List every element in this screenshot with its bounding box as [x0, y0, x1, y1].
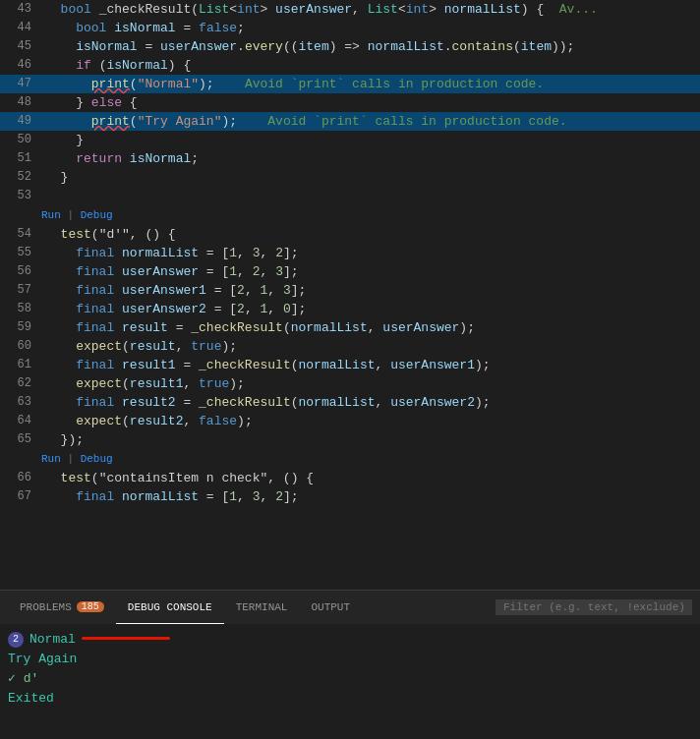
line-number: 46	[0, 56, 41, 75]
problems-badge: 185	[77, 601, 104, 612]
tab-label: OUTPUT	[311, 601, 350, 613]
code-line: 62 expect(result1, true);	[0, 374, 700, 393]
line-content: final userAnswer = [1, 2, 3];	[41, 262, 700, 281]
line-content: if (isNormal) {	[41, 56, 700, 75]
line-content: test("d'", () {	[41, 225, 700, 244]
line-content: final result = _checkResult(normalList, …	[41, 318, 700, 337]
console-text: Exited	[8, 689, 54, 709]
line-content: final userAnswer2 = [2, 1, 0];	[41, 300, 700, 318]
line-number: 60	[0, 337, 41, 356]
debug-link-2[interactable]: Debug	[81, 453, 113, 465]
line-number: 55	[0, 244, 41, 262]
line-number: 57	[0, 281, 41, 300]
line-number: 66	[0, 469, 41, 487]
run-link-2[interactable]: Run	[41, 453, 61, 465]
code-line: 65 });	[0, 430, 700, 449]
run-debug-bar-2[interactable]: Run | Debug	[0, 449, 700, 469]
line-content: test("containsItem n check", () {	[41, 469, 700, 487]
console-line: 2Normal	[8, 630, 692, 650]
line-number: 63	[0, 393, 41, 412]
line-content: }	[41, 131, 700, 149]
line-number: 62	[0, 374, 41, 393]
line-number: 50	[0, 131, 41, 149]
line-number: 53	[0, 187, 41, 205]
code-line: 45 isNormal = userAnswer.every((item) =>…	[0, 37, 700, 56]
panel-tabs: PROBLEMS185DEBUG CONSOLETERMINALOUTPUT	[0, 590, 700, 624]
line-number: 56	[0, 262, 41, 281]
line-content: bool _checkResult(List<int> userAnswer, …	[41, 0, 700, 19]
code-line: 61 final result1 = _checkResult(normalLi…	[0, 356, 700, 374]
line-content: final userAnswer1 = [2, 1, 3];	[41, 281, 700, 300]
code-line: 53	[0, 187, 700, 205]
line-number: 65	[0, 430, 41, 449]
line-number: 44	[0, 19, 41, 37]
line-content: expect(result, true);	[41, 337, 700, 356]
code-line: 56 final userAnswer = [1, 2, 3];	[0, 262, 700, 281]
line-content: print("Try Again"); Avoid `print` calls …	[41, 112, 700, 131]
code-line: 57 final userAnswer1 = [2, 1, 3];	[0, 281, 700, 300]
console-line: ✓ d'	[8, 669, 692, 689]
line-number: 64	[0, 412, 41, 430]
line-content: final normalList = [1, 3, 2];	[41, 244, 700, 262]
console-line: Try Again	[8, 650, 692, 669]
tab-debug-console[interactable]: DEBUG CONSOLE	[116, 591, 224, 624]
console-text: ✓ d'	[8, 669, 38, 689]
line-number: 45	[0, 37, 41, 56]
code-line: 50 }	[0, 131, 700, 149]
console-filter-input[interactable]	[496, 599, 692, 615]
line-number: 52	[0, 168, 41, 187]
line-content: bool isNormal = false;	[41, 19, 700, 37]
line-content: expect(result2, false);	[41, 412, 700, 430]
line-content: isNormal = userAnswer.every((item) => no…	[41, 37, 700, 56]
line-number: 48	[0, 93, 41, 112]
code-line: 60 expect(result, true);	[0, 337, 700, 356]
line-number: 54	[0, 225, 41, 244]
line-number: 51	[0, 149, 41, 168]
code-line: 51 return isNormal;	[0, 149, 700, 168]
console-text: Normal	[29, 630, 76, 650]
line-content: final result1 = _checkResult(normalList,…	[41, 356, 700, 374]
tab-label: TERMINAL	[236, 601, 288, 613]
tab-output[interactable]: OUTPUT	[299, 591, 362, 624]
line-number: 67	[0, 487, 41, 506]
line-content: expect(result1, true);	[41, 374, 700, 393]
code-line: 47 print("Normal"); Avoid `print` calls …	[0, 75, 700, 93]
console-count: 2	[8, 632, 24, 648]
console-line: Exited	[8, 689, 692, 709]
run-debug-bar-1[interactable]: Run | Debug	[0, 205, 700, 225]
line-content: print("Normal"); Avoid `print` calls in …	[41, 75, 700, 93]
line-content: }	[41, 168, 700, 187]
code-line: 64 expect(result2, false);	[0, 412, 700, 430]
tab-problems[interactable]: PROBLEMS185	[8, 591, 116, 624]
code-line: 44 bool isNormal = false;	[0, 19, 700, 37]
line-content: return isNormal;	[41, 149, 700, 168]
tab-label: PROBLEMS	[20, 601, 72, 613]
line-content: final result2 = _checkResult(normalList,…	[41, 393, 700, 412]
code-line: 59 final result = _checkResult(normalLis…	[0, 318, 700, 337]
line-number: 49	[0, 112, 41, 131]
debug-link[interactable]: Debug	[81, 209, 113, 221]
code-line: 46 if (isNormal) {	[0, 56, 700, 75]
line-content: });	[41, 430, 700, 449]
code-editor: 43 bool _checkResult(List<int> userAnswe…	[0, 0, 700, 590]
line-number: 58	[0, 300, 41, 318]
code-line: 48 } else {	[0, 93, 700, 112]
line-number: 61	[0, 356, 41, 374]
code-line: 52 }	[0, 168, 700, 187]
tab-label: DEBUG CONSOLE	[128, 601, 212, 613]
tab-terminal[interactable]: TERMINAL	[224, 591, 300, 624]
code-line: 55 final normalList = [1, 3, 2];	[0, 244, 700, 262]
code-line: 63 final result2 = _checkResult(normalLi…	[0, 393, 700, 412]
code-line: 67 final normalList = [1, 3, 2];	[0, 487, 700, 506]
red-underline-decoration	[82, 637, 170, 640]
line-content	[41, 187, 700, 205]
console-output: 2NormalTry Again✓ d'Exited	[0, 624, 700, 739]
line-number: 43	[0, 0, 41, 19]
console-text: Try Again	[8, 650, 77, 669]
code-line: 66 test("containsItem n check", () {	[0, 469, 700, 487]
line-content: } else {	[41, 93, 700, 112]
line-number: 59	[0, 318, 41, 337]
code-line: 58 final userAnswer2 = [2, 1, 0];	[0, 300, 700, 318]
code-line: 54 test("d'", () {	[0, 225, 700, 244]
run-link[interactable]: Run	[41, 209, 61, 221]
